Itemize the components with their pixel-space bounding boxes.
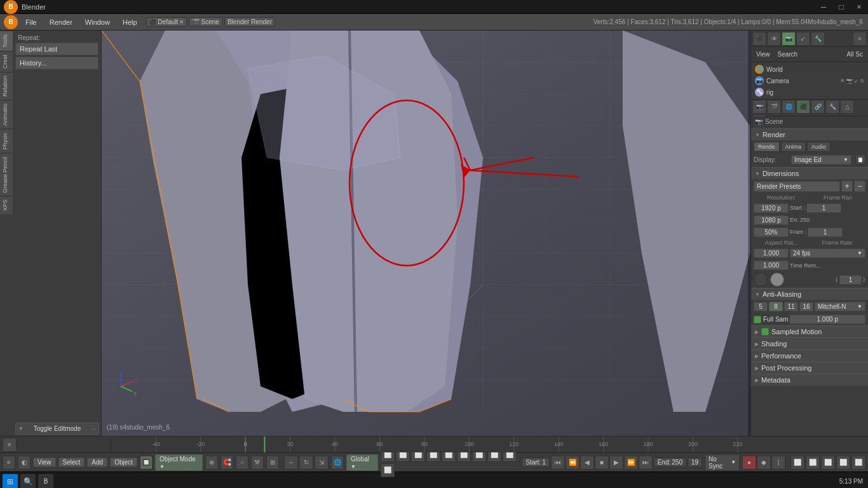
select-btn-bottom[interactable]: Select xyxy=(58,458,85,467)
color-swatch-dark[interactable] xyxy=(754,273,768,287)
render-header[interactable]: ▼ Render xyxy=(751,128,868,140)
rpanel-icon-2[interactable]: 👁 xyxy=(767,32,781,46)
viewport-resize-handle[interactable] xyxy=(748,30,750,436)
aspect-x-field[interactable]: 1.000 xyxy=(754,248,789,258)
scale-icon[interactable]: ⇲ xyxy=(315,456,329,470)
render-presets-dropdown[interactable]: Render Presets xyxy=(754,181,840,192)
start-button[interactable]: ⊞ xyxy=(3,474,18,489)
res-y-field[interactable]: 1080 p xyxy=(754,215,789,225)
post-processing-row[interactable]: ▶ Post Processing xyxy=(751,362,868,374)
prop-render[interactable]: 📷 xyxy=(752,100,766,114)
viewport[interactable]: User Persp xyxy=(102,30,750,436)
prop-world[interactable]: 🌐 xyxy=(782,100,796,114)
rpanel-icon-3[interactable]: 📷 xyxy=(782,32,796,46)
tools-icon[interactable]: ⚒ xyxy=(251,456,264,470)
keyframe-btn[interactable]: ◆ xyxy=(757,456,771,470)
global-icon[interactable]: 🌐 xyxy=(331,456,344,470)
rpanel-icon-4[interactable]: ↙ xyxy=(796,32,810,46)
prop-data[interactable]: △ xyxy=(840,100,854,114)
toggle-editmode-btn[interactable]: ▼ Toggle Editmode — xyxy=(15,423,99,435)
rpanel-icon-6[interactable]: ≡ xyxy=(853,32,867,46)
prop-scene[interactable]: 🎬 xyxy=(767,100,781,114)
bottom-icon-2[interactable]: ◐ xyxy=(18,456,31,470)
time-rem-field[interactable]: 1 xyxy=(839,275,862,285)
start-frame-ctrl[interactable]: Start: 1 xyxy=(522,458,549,467)
add-btn-bottom[interactable]: Add xyxy=(87,458,107,467)
presets-remove-button[interactable]: − xyxy=(854,180,865,192)
view-ctrl-3[interactable]: ⬜ xyxy=(821,456,835,470)
prop-constraints[interactable]: 🔗 xyxy=(811,100,825,114)
shading-row[interactable]: ▶ Shading xyxy=(751,337,868,349)
menu-window[interactable]: Window xyxy=(80,15,115,29)
display-extra-btn[interactable]: 📋 xyxy=(855,154,865,165)
search-button[interactable]: Search xyxy=(775,50,801,59)
timeline-ruler[interactable]: -40 -20 0 20 40 60 80 100 120 xyxy=(111,437,750,452)
world-item[interactable]: 🌐 World xyxy=(751,64,868,75)
maximize-button[interactable]: □ xyxy=(832,0,850,14)
end-frame-ctrl[interactable]: End: 250 xyxy=(654,458,686,467)
render-tab-anima[interactable]: Anima xyxy=(781,142,806,152)
aa-filter-dropdown[interactable]: Mitchell-N ▼ xyxy=(815,302,865,311)
prev-frame-btn[interactable]: ⏪ xyxy=(566,456,580,470)
full-sample-field[interactable]: 1.000 p xyxy=(789,315,865,324)
prop-modifiers[interactable]: 🔧 xyxy=(825,100,839,114)
jump-end-btn[interactable]: ⏭ xyxy=(639,456,653,470)
bottom-menu-icon[interactable]: ≡ xyxy=(3,456,15,470)
sampled-motion-row[interactable]: ▶ Sampled Motion xyxy=(751,325,868,337)
prop-object[interactable]: ⬛ xyxy=(796,100,810,114)
aa-val-16[interactable]: 16 xyxy=(799,302,813,311)
tab-tools[interactable]: Tools xyxy=(0,30,13,51)
sync-ctrl[interactable]: No Sync ▼ xyxy=(705,454,740,471)
play-rev-btn[interactable]: ◀ xyxy=(580,456,594,470)
camera-item[interactable]: 📷 Camera 👁 📷 ↙ ⚙ xyxy=(751,75,868,86)
stop-btn[interactable]: ■ xyxy=(595,456,609,470)
repeat-last-button[interactable]: Repeat Last xyxy=(15,43,98,55)
render-tab-render[interactable]: Rende xyxy=(754,142,780,152)
rpanel-icon-1[interactable]: ⬛ xyxy=(752,32,766,46)
snap2-icon[interactable]: ⊞ xyxy=(266,456,279,470)
pivot-icon[interactable]: ⊕ xyxy=(205,456,218,470)
tab-animation[interactable]: Animatio xyxy=(0,100,13,129)
view-ctrl-1[interactable]: ⬜ xyxy=(790,456,804,470)
snap-icon[interactable]: 🧲 xyxy=(220,456,233,470)
move-icon[interactable]: ↔ xyxy=(284,456,298,470)
tab-grease-pencil[interactable]: Grease Pencil xyxy=(0,153,13,196)
titlebar-controls[interactable]: ─ □ × xyxy=(815,0,868,14)
framerate-dropdown[interactable]: 24 fps ▼ xyxy=(790,248,865,258)
object-btn-bottom[interactable]: Object xyxy=(110,458,137,467)
antialiasing-header[interactable]: ▼ Anti-Aliasing xyxy=(751,288,868,300)
aspect-y-field[interactable]: 1.000 xyxy=(754,261,789,270)
play-btn[interactable]: ▶ xyxy=(609,456,623,470)
view-ctrl-5[interactable]: ⬜ xyxy=(851,456,865,470)
start-frame-field[interactable]: 1 xyxy=(806,203,841,213)
taskbar-blender[interactable]: B xyxy=(38,474,53,489)
view-button[interactable]: View xyxy=(754,50,773,59)
view-ctrl-4[interactable]: ⬜ xyxy=(836,456,850,470)
aa-val-11[interactable]: 11 xyxy=(784,302,798,311)
next-frame-btn[interactable]: ⏩ xyxy=(624,456,638,470)
tab-create[interactable]: Creat xyxy=(0,51,13,72)
timeline-menu-icon[interactable]: ≡ xyxy=(3,438,17,452)
scene-badge[interactable]: 🎬 Scene xyxy=(189,17,222,27)
dimensions-header[interactable]: ▼ Dimensions xyxy=(751,167,868,179)
rotate-icon[interactable]: ↻ xyxy=(299,456,313,470)
workspace-badge[interactable]: ⬛ Default × xyxy=(146,17,187,27)
view-btn-bottom[interactable]: View xyxy=(33,458,56,467)
marker-btn[interactable]: | xyxy=(771,456,785,470)
rig-item[interactable]: 🦴 rig xyxy=(751,86,868,98)
jump-start-btn[interactable]: ⏮ xyxy=(551,456,565,470)
res-x-field[interactable]: 1920 p xyxy=(754,203,789,213)
full-sample-checkbox[interactable] xyxy=(754,316,761,323)
proportional-icon[interactable]: ○ xyxy=(236,456,248,470)
close-button[interactable]: × xyxy=(850,0,868,14)
mode-icon[interactable]: 🔲 xyxy=(140,456,153,470)
tab-relations[interactable]: Relation xyxy=(0,72,13,100)
presets-add-button[interactable]: + xyxy=(841,180,853,192)
sampled-motion-checkbox[interactable] xyxy=(761,328,769,336)
tab-xps[interactable]: XPS xyxy=(0,196,13,214)
tab-physics[interactable]: Physic xyxy=(0,129,13,153)
global-dropdown[interactable]: Global ▼ xyxy=(346,454,378,471)
rpanel-icon-5[interactable]: 🔧 xyxy=(811,32,825,46)
res-pct-field[interactable]: 50% xyxy=(754,227,789,237)
minimize-button[interactable]: ─ xyxy=(815,0,832,14)
